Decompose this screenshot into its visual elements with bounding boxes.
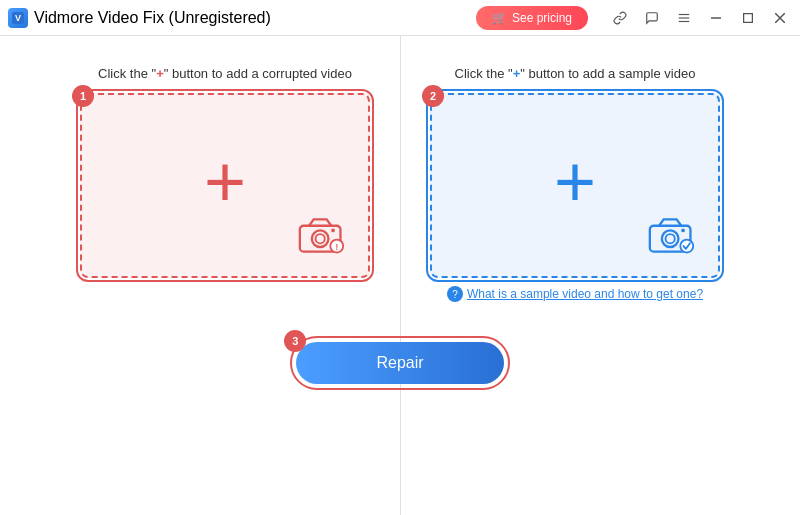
- menu-icon-button[interactable]: [672, 6, 696, 30]
- repair-button[interactable]: Repair: [296, 342, 503, 384]
- sample-video-section: Click the "+" button to add a sample vid…: [420, 66, 730, 302]
- main-content: Click the "+" button to add a corrupted …: [0, 36, 800, 515]
- corrupted-video-label: Click the "+" button to add a corrupted …: [98, 66, 352, 81]
- app-logo: V Vidmore Video Fix (Unregistered): [8, 8, 271, 28]
- sample-plus-icon: +: [554, 145, 596, 217]
- sample-video-upload-box[interactable]: 2 +: [430, 93, 720, 278]
- sample-link-area: ? What is a sample video and how to get …: [447, 286, 703, 302]
- svg-text:!: !: [335, 242, 338, 252]
- sample-plus-symbol: +: [513, 66, 521, 81]
- sample-link[interactable]: What is a sample video and how to get on…: [467, 287, 703, 301]
- sample-upload-inner: +: [432, 95, 718, 276]
- svg-text:V: V: [15, 13, 21, 23]
- corrupted-video-upload-box[interactable]: 1 + !: [80, 93, 370, 278]
- chat-icon-button[interactable]: [640, 6, 664, 30]
- maximize-button[interactable]: [736, 6, 760, 30]
- app-title: Vidmore Video Fix (Unregistered): [34, 9, 271, 27]
- svg-point-19: [680, 240, 693, 253]
- badge-1: 1: [72, 85, 94, 107]
- sample-camera-icon: [648, 216, 696, 258]
- sample-video-label: Click the "+" button to add a sample vid…: [455, 66, 696, 81]
- svg-point-18: [681, 229, 685, 233]
- cart-icon: 🛒: [492, 11, 507, 25]
- title-bar: V Vidmore Video Fix (Unregistered) 🛒 See…: [0, 0, 800, 36]
- link-icon-button[interactable]: [608, 6, 632, 30]
- svg-point-11: [316, 234, 325, 243]
- corrupted-video-section: Click the "+" button to add a corrupted …: [70, 66, 380, 278]
- app-logo-icon: V: [8, 8, 28, 28]
- close-button[interactable]: [768, 6, 792, 30]
- svg-point-12: [331, 229, 335, 233]
- see-pricing-button[interactable]: 🛒 See pricing: [476, 6, 588, 30]
- see-pricing-label: See pricing: [512, 11, 572, 25]
- svg-rect-6: [744, 13, 753, 22]
- minimize-button[interactable]: [704, 6, 728, 30]
- corrupted-plus-symbol: +: [156, 66, 164, 81]
- question-icon: ?: [447, 286, 463, 302]
- corrupted-camera-icon: !: [298, 216, 346, 258]
- titlebar-controls: 🛒 See pricing: [476, 6, 792, 30]
- badge-2: 2: [422, 85, 444, 107]
- repair-area: 3 Repair: [296, 342, 503, 384]
- corrupted-plus-icon: +: [204, 145, 246, 217]
- svg-point-17: [666, 234, 675, 243]
- corrupted-upload-inner: + !: [82, 95, 368, 276]
- svg-point-10: [312, 230, 329, 247]
- divider-line: [400, 36, 401, 515]
- svg-point-16: [662, 230, 679, 247]
